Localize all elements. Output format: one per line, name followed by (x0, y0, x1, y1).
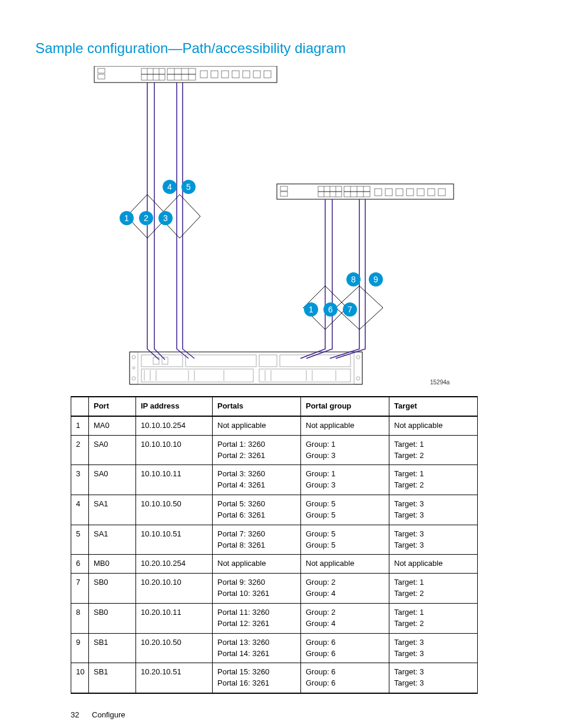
table-cell: SB0 (89, 603, 136, 633)
table-cell: 10.20.10.50 (136, 633, 213, 663)
table-cell: Portal 5: 3260Portal 6: 3261 (213, 495, 301, 525)
table-cell: Target: 3Target: 3 (389, 495, 478, 525)
table-cell: Target: 1Target: 2 (389, 435, 478, 465)
callout-2: 2 (139, 211, 153, 225)
svg-text:1: 1 (124, 213, 129, 223)
table-cell: Portal 1: 3260Portal 2: 3261 (213, 435, 301, 465)
table-cell: MB0 (89, 555, 136, 574)
table-row: 2SA010.10.10.10Portal 1: 3260Portal 2: 3… (71, 435, 478, 465)
svg-text:9: 9 (373, 275, 378, 284)
table-cell: 7 (71, 574, 89, 604)
table-cell: Target: 1Target: 2 (389, 465, 478, 495)
svg-text:7: 7 (348, 305, 352, 314)
table-row: 1MA010.10.10.254Not applicableNot applic… (71, 416, 478, 435)
callout-1-left: 1 (120, 211, 134, 225)
table-cell: Not applicable (301, 555, 389, 574)
table-cell: 10.10.10.254 (136, 416, 213, 435)
callout-4: 4 (163, 180, 177, 194)
table-cell: SB0 (89, 574, 136, 604)
table-cell: Not applicable (301, 416, 389, 435)
col-ip: IP address (136, 397, 213, 416)
table-cell: SB1 (89, 663, 136, 693)
table-cell: SA0 (89, 465, 136, 495)
table-cell: Group: 1Group: 3 (301, 435, 389, 465)
page-number: 32 (71, 710, 79, 719)
table-cell: Portal 9: 3260Portal 10: 3261 (213, 574, 301, 604)
table-cell: 10.10.10.50 (136, 495, 213, 525)
table-cell: MA0 (89, 416, 136, 435)
col-num (71, 397, 89, 416)
table-cell: SB1 (89, 633, 136, 663)
table-cell: 10.10.10.11 (136, 465, 213, 495)
callout-1-right: 1 (304, 302, 318, 317)
page-title: Sample configuration—Path/accessibility … (35, 40, 527, 57)
table-cell: SA0 (89, 435, 136, 465)
callout-7: 7 (343, 302, 357, 317)
table-cell: SA1 (89, 525, 136, 555)
table-cell: 9 (71, 633, 89, 663)
table-row: 10SB110.20.10.51Portal 15: 3260Portal 16… (71, 663, 478, 693)
table-cell: Group: 2Group: 4 (301, 574, 389, 604)
table-cell: Target: 3Target: 3 (389, 633, 478, 663)
table-cell: Group: 2Group: 4 (301, 603, 389, 633)
svg-text:8: 8 (351, 275, 356, 284)
table-cell: Portal 15: 3260Portal 16: 3261 (213, 663, 301, 693)
table-row: 5SA110.10.10.51Portal 7: 3260Portal 8: 3… (71, 525, 478, 555)
table-cell: Portal 7: 3260Portal 8: 3261 (213, 525, 301, 555)
table-cell: Target: 1Target: 2 (389, 603, 478, 633)
table-cell: 10.10.10.10 (136, 435, 213, 465)
table-cell: Portal 13: 3260Portal 14: 3261 (213, 633, 301, 663)
table-cell: Group: 5Group: 5 (301, 525, 389, 555)
config-table: Port IP address Portals Portal group Tar… (71, 396, 478, 694)
table-cell: Portal 11: 3260Portal 12: 3261 (213, 603, 301, 633)
col-target: Target (389, 397, 478, 416)
diagram-caption: 15294a (430, 379, 450, 386)
table-cell: Target: 3Target: 3 (389, 663, 478, 693)
callout-5: 5 (181, 180, 196, 194)
svg-text:6: 6 (328, 305, 333, 314)
table-cell: 10.10.10.51 (136, 525, 213, 555)
callout-8: 8 (346, 272, 361, 286)
table-cell: 10.20.10.10 (136, 574, 213, 604)
table-cell: Not applicable (213, 555, 301, 574)
callout-6: 6 (323, 302, 338, 317)
table-cell: 3 (71, 465, 89, 495)
table-cell: 1 (71, 416, 89, 435)
svg-rect-40 (130, 352, 362, 384)
table-cell: Group: 6Group: 6 (301, 663, 389, 693)
table-cell: Not applicable (213, 416, 301, 435)
server-chassis-icon (130, 352, 362, 384)
callout-9: 9 (369, 272, 383, 286)
svg-text:4: 4 (167, 182, 172, 192)
table-cell: SA1 (89, 495, 136, 525)
table-cell: 8 (71, 603, 89, 633)
svg-text:5: 5 (186, 182, 191, 192)
table-cell: 10.20.10.11 (136, 603, 213, 633)
table-cell: 4 (71, 495, 89, 525)
table-row: 9SB110.20.10.50Portal 13: 3260Portal 14:… (71, 633, 478, 663)
table-cell: Target: 3Target: 3 (389, 525, 478, 555)
table-row: 8SB010.20.10.11Portal 11: 3260Portal 12:… (71, 603, 478, 633)
table-row: 3SA010.10.10.11Portal 3: 3260Portal 4: 3… (71, 465, 478, 495)
callout-3: 3 (158, 211, 173, 225)
col-group: Portal group (301, 397, 389, 416)
table-cell: 10.20.10.51 (136, 663, 213, 693)
table-row: 7SB010.20.10.10Portal 9: 3260Portal 10: … (71, 574, 478, 604)
table-cell: 6 (71, 555, 89, 574)
svg-text:2: 2 (144, 213, 148, 223)
table-cell: 5 (71, 525, 89, 555)
second-switch-icon (277, 184, 454, 199)
table-cell: 10 (71, 663, 89, 693)
table-cell: Target: 1Target: 2 (389, 574, 478, 604)
table-cell: Not applicable (389, 555, 478, 574)
section-name: Configure (92, 710, 125, 719)
table-cell: Group: 6Group: 6 (301, 633, 389, 663)
table-cell: Group: 1Group: 3 (301, 465, 389, 495)
top-switch-icon (94, 66, 277, 83)
table-cell: 10.20.10.254 (136, 555, 213, 574)
table-cell: Not applicable (389, 416, 478, 435)
table-cell: 2 (71, 435, 89, 465)
table-cell: Group: 5Group: 5 (301, 495, 389, 525)
table-header: Port IP address Portals Portal group Tar… (71, 397, 478, 416)
svg-text:1: 1 (309, 305, 313, 314)
